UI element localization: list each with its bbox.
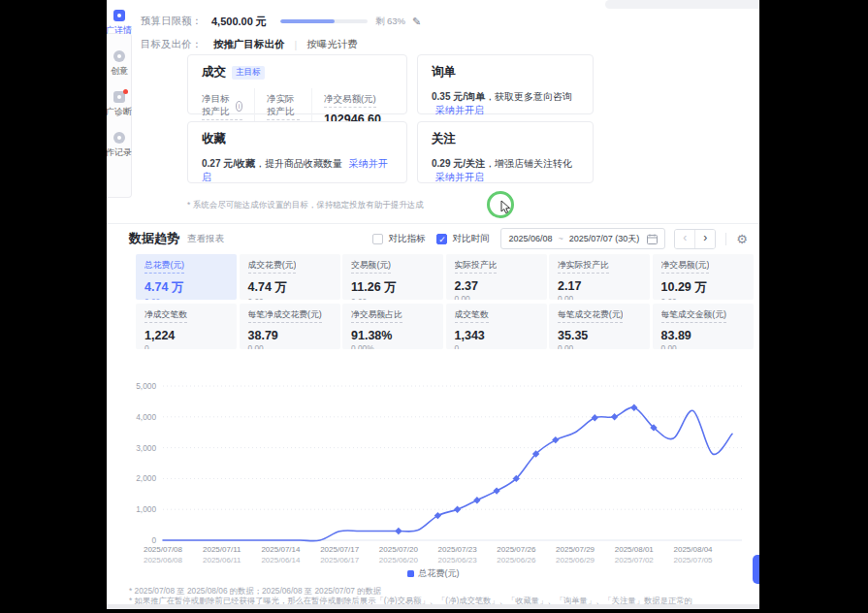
svg-text:2025/07/02: 2025/07/02 [615, 556, 655, 565]
metric-card-11[interactable]: 每笔成交金额(元)83.890.00 [653, 304, 754, 349]
svg-text:2025/07/26: 2025/07/26 [497, 545, 536, 554]
goal-card-deal: 成交 主目标 净目标投产比i2.45✎净实际投产比2.17净交易额(元)1029… [187, 54, 407, 114]
metric-card-value: 10.29 万 [661, 279, 745, 296]
trend-line-chart: 01,0002,0003,0004,0005,0002025/07/082025… [107, 376, 759, 566]
metric-card-value: 83.89 [661, 329, 745, 342]
svg-text:2025/06/08: 2025/06/08 [144, 556, 183, 565]
compare-metric-checkbox[interactable] [372, 234, 383, 244]
svg-text:2025/07/08: 2025/07/08 [144, 545, 183, 554]
goal-inquiry-price: 0.35 元/询单 [432, 91, 485, 102]
legend-label: 总花费(元) [419, 567, 460, 580]
controls-divider [725, 233, 726, 245]
date-range-picker[interactable]: 2025/06/08 ~ 2025/07/07 (30天) [500, 228, 665, 249]
metric-card-compare-value: 0.00 [661, 297, 745, 300]
detail-icon [113, 10, 125, 21]
svg-text:5,000: 5,000 [136, 381, 156, 391]
sidebar-item-creative[interactable]: 创意 [107, 50, 132, 78]
info-icon[interactable]: i [236, 101, 242, 112]
metric-card-7[interactable]: 每笔净成交花费(元)38.790.00 [240, 304, 340, 349]
metric-card-label: 交易额(元) [351, 260, 391, 274]
sidebar-item-history[interactable]: 作记录 [107, 132, 132, 159]
metric-card-3[interactable]: 实际投产比2.370.00 [446, 254, 547, 300]
primary-goal-badge: 主目标 [232, 66, 265, 80]
top-toolbar-remnant [605, 0, 759, 9]
floating-side-button[interactable] [753, 555, 759, 584]
metric-card-compare-value: 0.00% [351, 343, 434, 349]
budget-progress-fill [280, 19, 335, 23]
budget-label: 预算日限额： [141, 15, 202, 28]
metric-card-1[interactable]: 成交花费(元)4.74 万0.00 [240, 254, 340, 300]
history-icon [113, 132, 125, 144]
metric-card-2[interactable]: 交易额(元)11.26 万0.00 [342, 254, 443, 300]
svg-text:4,000: 4,000 [136, 412, 156, 422]
metric-card-10[interactable]: 每笔成交花费(元)35.350.00 [549, 304, 650, 349]
metric-card-value: 2.37 [455, 279, 538, 293]
gear-icon[interactable]: ⚙ [736, 232, 748, 246]
sidebar-item-label: 创意 [107, 65, 132, 78]
svg-text:2025/06/26: 2025/06/26 [497, 556, 536, 565]
svg-text:2025/06/23: 2025/06/23 [438, 556, 478, 565]
diagnosis-icon [113, 91, 125, 103]
metric-card-value: 2.17 [558, 279, 641, 293]
tab-bid-by-goal[interactable]: 按推广目标出价 [213, 38, 285, 51]
goal-inquiry-title: 询单 [432, 64, 456, 81]
metric-card-compare-value: 0.00 [661, 343, 745, 349]
date-separator: ~ [559, 234, 563, 243]
svg-text:2025/06/14: 2025/06/14 [261, 556, 301, 565]
goal-favorite-desc-text: ，提升商品收藏数量 [255, 158, 342, 169]
svg-text:2025/07/05: 2025/07/05 [673, 556, 713, 565]
goal-follow-adopt-link[interactable]: 采纳并开启 [435, 172, 484, 182]
trend-controls: 对比指标 ✓ 对比时间 2025/06/08 ~ 2025/07/07 (30天… [372, 228, 748, 249]
sidebar-item-detail[interactable]: 广详情 [107, 10, 132, 37]
metric-card-compare-value: 0.00 [351, 297, 434, 300]
metric-card-9[interactable]: 成交笔数1,3430 [446, 304, 547, 349]
budget-remaining: 剩 63% [375, 16, 405, 28]
goal-note: * 系统会尽可能达成你设置的目标，保持稳定投放有助于提升达成 [187, 200, 424, 211]
view-report-link[interactable]: 查看报表 [187, 233, 224, 245]
svg-text:2025/06/20: 2025/06/20 [379, 556, 419, 565]
budget-edit-icon[interactable]: ✎ [412, 16, 421, 28]
metric-card-5[interactable]: 净交易额(元)10.29 万0.00 [653, 254, 754, 300]
metric-card-value: 35.35 [558, 329, 641, 342]
bidding-label: 目标及出价： [141, 38, 202, 51]
creative-icon [113, 50, 125, 62]
prev-period-button[interactable]: ‹ [675, 230, 695, 248]
sidebar-item-diagnosis[interactable]: 广诊断 [107, 91, 132, 118]
tab-bid-by-exposure[interactable]: 按曝光计费 [306, 38, 358, 51]
metric-card-label: 实际投产比 [455, 260, 498, 274]
goal-card-inquiry: 询单 0.35 元/询单，获取更多意向咨询 采纳并开启 [417, 54, 594, 114]
metric-card-6[interactable]: 净成交笔数1,2240 [136, 304, 237, 349]
metric-card-compare-value: 0.00 [455, 294, 538, 300]
metric-card-grid: 总花费(元)4.74 万0.00成交花费(元)4.74 万0.00交易额(元)1… [136, 254, 755, 349]
mouse-cursor-icon [500, 200, 512, 214]
svg-text:2025/06/29: 2025/06/29 [556, 556, 595, 565]
svg-text:2025/06/11: 2025/06/11 [203, 556, 241, 565]
sidebar-item-label: 广诊断 [107, 106, 132, 118]
bidding-row: 目标及出价： 按推广目标出价 | 按曝光计费 [141, 37, 358, 52]
svg-text:2025/07/20: 2025/07/20 [379, 545, 419, 554]
goal-card-favorite: 收藏 0.27 元/收藏，提升商品收藏数量 采纳并开启 [187, 121, 407, 183]
metric-card-4[interactable]: 净实际投产比2.170.00 [549, 254, 650, 300]
metric-card-label: 总花费(元) [145, 260, 184, 274]
metric-card-0[interactable]: 总花费(元)4.74 万0.00 [136, 254, 237, 300]
goal-inquiry-adopt-link[interactable]: 采纳并开启 [435, 105, 484, 115]
metric-card-compare-value: 0.00 [248, 343, 332, 349]
goal-follow-price: 0.29 元/关注 [432, 158, 485, 169]
svg-text:1,000: 1,000 [136, 504, 156, 514]
next-period-button[interactable]: › [695, 230, 715, 248]
deal-metric-label: 净交易额(元) [324, 93, 376, 108]
main-window: 广详情创意广诊断作记录 预算日限额： 4,500.00 元 剩 63% ✎ 目标… [107, 0, 759, 609]
deal-metric-label: 净实际投产比 [267, 93, 300, 120]
compare-time-checkbox[interactable]: ✓ [436, 234, 447, 244]
svg-text:2025/07/17: 2025/07/17 [320, 545, 360, 554]
metric-card-label: 成交笔数 [455, 309, 489, 323]
svg-text:2025/08/04: 2025/08/04 [673, 545, 713, 554]
metric-card-label: 每笔净成交花费(元) [248, 309, 322, 323]
metric-card-8[interactable]: 净交易额占比91.38%0.00% [342, 304, 443, 349]
deal-metric-label: 净目标投产比i [202, 93, 242, 120]
metric-card-compare-value: 0.00 [558, 294, 641, 300]
chart-legend[interactable]: 总花费(元) [107, 567, 759, 580]
svg-text:2025/07/14: 2025/07/14 [261, 545, 301, 554]
sidebar-item-label: 作记录 [107, 146, 132, 159]
svg-text:2025/08/01: 2025/08/01 [615, 545, 655, 554]
